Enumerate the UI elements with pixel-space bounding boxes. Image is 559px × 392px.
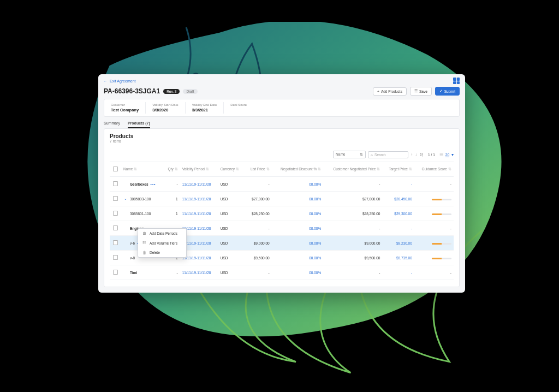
row-neg-disc[interactable]: 00.00% xyxy=(272,221,324,236)
add-products-button[interactable]: +Add Products xyxy=(373,87,407,96)
row-target[interactable]: - xyxy=(382,221,414,236)
menu-delete[interactable]: 🗑Delete xyxy=(138,248,186,257)
row-checkbox[interactable] xyxy=(113,225,118,230)
guidance-bar xyxy=(432,199,451,200)
tab-products[interactable]: Products (7) xyxy=(128,121,150,128)
row-checkbox[interactable] xyxy=(113,240,118,245)
info-bar: Customer Test Company Validity Start Dat… xyxy=(104,99,460,117)
page-title: PA-66396-3SJGA1 xyxy=(104,87,160,95)
select-all-checkbox[interactable] xyxy=(113,167,118,171)
row-cust-neg: $9,500.00 xyxy=(323,251,382,265)
row-neg-disc[interactable]: 00.00% xyxy=(272,177,324,192)
row-neg-disc[interactable]: 00.00% xyxy=(272,236,324,251)
search-icon: ⌕ xyxy=(371,153,373,157)
sort-up-icon[interactable]: ↑ xyxy=(411,152,413,157)
trash-icon: 🗑 xyxy=(142,251,147,254)
row-target[interactable]: $9,230.00 xyxy=(382,236,414,251)
row-name: Timi xyxy=(130,271,137,275)
row-currency: USD xyxy=(218,251,245,265)
row-name: v-6 xyxy=(130,241,135,245)
row-target[interactable]: - xyxy=(382,177,414,192)
row-neg-disc[interactable]: 00.00% xyxy=(272,206,324,221)
menu-add-date-periods[interactable]: 🗓Add Date Periods xyxy=(138,229,186,238)
col-validity[interactable]: Validity Period⇅ xyxy=(180,162,218,177)
row-checkbox[interactable] xyxy=(113,196,118,201)
sort-down-icon[interactable]: ↓ xyxy=(415,152,417,157)
row-list-price: $9,000.00 xyxy=(245,236,271,251)
row-guidance xyxy=(414,206,454,221)
row-list-price: - xyxy=(245,177,271,192)
pagesize-select[interactable]: 20 xyxy=(445,153,449,157)
row-checkbox[interactable] xyxy=(113,181,118,186)
row-currency: USD xyxy=(218,192,245,206)
row-qty: 1 xyxy=(164,192,180,206)
exit-agreement-link[interactable]: Exit Agreement xyxy=(104,79,135,83)
row-list-price: - xyxy=(245,265,271,280)
col-guidance[interactable]: Guidance Score⇅ xyxy=(414,162,454,177)
row-menu-icon[interactable]: ••• xyxy=(151,182,156,186)
row-list-price: - xyxy=(245,221,271,236)
col-cust-neg[interactable]: Customer Negotiated Price⇅ xyxy=(323,162,382,177)
row-currency: USD xyxy=(218,236,245,251)
col-target[interactable]: Target Price⇅ xyxy=(382,162,414,177)
info-deal-score: Deal Score xyxy=(224,102,459,114)
row-validity[interactable]: 11/11/19-11/11/20 xyxy=(180,192,218,206)
col-name[interactable]: Name⇅ xyxy=(121,162,164,177)
col-currency[interactable]: Currency⇅ xyxy=(218,162,245,177)
name-filter-select[interactable]: Name⇅ xyxy=(333,151,366,158)
calendar-icon: 🗓 xyxy=(142,231,147,235)
tabs: Summary Products (7) xyxy=(98,117,465,128)
row-guidance: - xyxy=(414,221,454,236)
list-icon[interactable]: ☰ xyxy=(439,152,443,157)
col-qty[interactable]: Qty⇅ xyxy=(164,162,180,177)
row-currency: USD xyxy=(218,177,245,192)
row-name: v-8 xyxy=(130,256,135,260)
row-checkbox[interactable] xyxy=(113,270,118,275)
row-validity[interactable]: 11/11/19-11/11/20 xyxy=(180,177,218,192)
table-row[interactable]: ⌄3085803-100 111/11/19-11/11/20USD$27,00… xyxy=(110,192,454,206)
row-neg-disc[interactable]: 00.00% xyxy=(272,192,324,206)
row-currency: USD xyxy=(218,221,245,236)
menu-add-volume-tiers[interactable]: ☷Add Volume Tiers xyxy=(138,238,186,248)
updown-icon: ⇅ xyxy=(360,152,363,157)
row-validity[interactable]: 11/11/19-11/11/20 xyxy=(180,206,218,221)
row-guidance: - xyxy=(414,177,454,192)
save-button[interactable]: ☰Save xyxy=(410,87,432,96)
submit-button[interactable]: ✓Submit xyxy=(435,87,460,96)
row-target[interactable]: - xyxy=(382,265,414,280)
row-guidance xyxy=(414,236,454,251)
row-validity[interactable]: 11/11/19-11/11/20 xyxy=(180,265,218,280)
table-row[interactable]: Timi -11/11/19-11/11/20USD-00.00%--- xyxy=(110,265,454,280)
link-icon[interactable]: ⛓ xyxy=(419,152,424,157)
products-table: Name⇅ Qty⇅ Validity Period⇅ Currency⇅ Li… xyxy=(110,162,454,280)
row-guidance: - xyxy=(414,265,454,280)
chevron-down-icon[interactable]: ▾ xyxy=(451,152,454,157)
row-qty: 1 xyxy=(164,206,180,221)
row-target[interactable]: $28,450.00 xyxy=(382,192,414,206)
row-guidance xyxy=(414,192,454,206)
search-input[interactable]: ⌕Search xyxy=(368,151,408,158)
tab-summary[interactable]: Summary xyxy=(104,121,120,128)
expand-icon[interactable]: ⌄ xyxy=(123,197,128,201)
row-target[interactable]: $9,735.00 xyxy=(382,251,414,265)
row-cust-neg: - xyxy=(323,177,382,192)
row-target[interactable]: $29,300.00 xyxy=(382,206,414,221)
row-currency: USD xyxy=(218,265,245,280)
table-row[interactable]: Gearboxes •••-11/11/19-11/11/20USD-00.00… xyxy=(110,177,454,192)
row-checkbox[interactable] xyxy=(113,255,118,260)
row-checkbox[interactable] xyxy=(113,211,118,216)
col-list-price[interactable]: List Price⇅ xyxy=(245,162,271,177)
row-neg-disc[interactable]: 00.00% xyxy=(272,265,324,280)
layout-grid-icon[interactable] xyxy=(453,78,460,84)
item-count: 7 Items xyxy=(110,139,454,143)
info-end-date: Validity End Date 3/3/2021 xyxy=(186,102,224,114)
app-window: Exit Agreement PA-66396-3SJGA1 Rev. 3 Dr… xyxy=(98,74,465,293)
row-neg-disc[interactable]: 00.00% xyxy=(272,251,324,265)
col-neg-disc[interactable]: Negotiated Discount %⇅ xyxy=(272,162,324,177)
topbar: Exit Agreement xyxy=(98,74,465,86)
info-start-date: Validity Start Date 3/3/2020 xyxy=(146,102,186,114)
guidance-bar xyxy=(432,243,451,245)
row-cust-neg: - xyxy=(323,221,382,236)
table-row[interactable]: 3085801-100 111/11/19-11/11/20USD$28,250… xyxy=(110,206,454,221)
section-title: Products xyxy=(110,133,454,139)
